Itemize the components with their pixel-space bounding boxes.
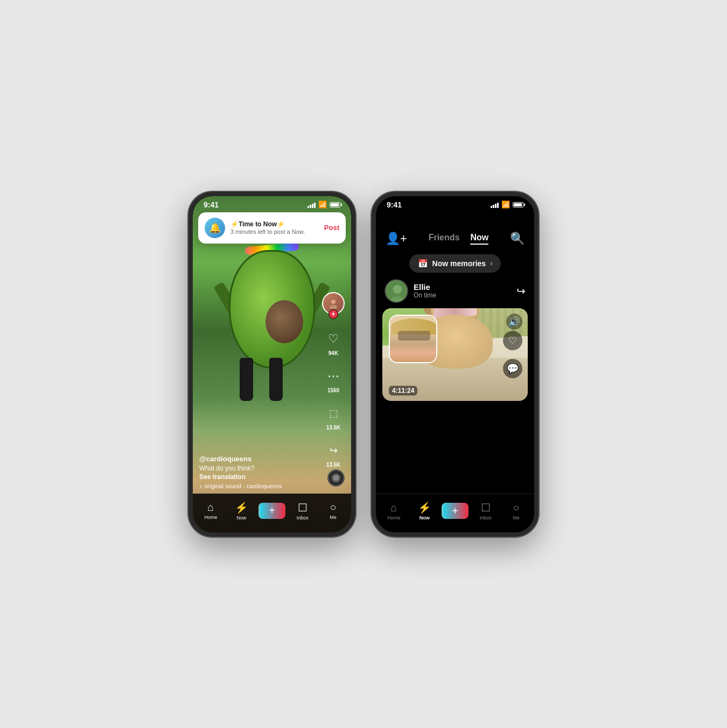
me-icon-phone2: ○ [513,502,520,514]
phone-2: 9:41 📶 [372,192,539,537]
notification-banner[interactable]: 🔔 ⚡Time to Now⚡ 3 minutes left to post a… [198,212,346,244]
feed-actions: + ♡ 94K ⋯ 1560 ⬚ 13.5K ↪ 13.5K [322,292,345,468]
notification-icon: 🔔 [205,218,225,238]
feed-username[interactable]: @cardioqueens [199,455,313,463]
see-translation[interactable]: See translation [199,473,313,481]
now-label-phone1: Now [236,515,246,521]
feed-caption: What do you think? [199,464,313,472]
nav-me-phone2[interactable]: ○ Me [501,502,532,521]
create-button-phone2[interactable]: + [443,503,467,519]
user-avatar-now[interactable] [385,279,408,303]
bottom-nav-phone1: ⌂ Home ⚡ Now + ☐ Inbox ○ [193,494,351,532]
share-now-button[interactable]: ↪ [516,285,526,297]
timing-badge: On time [414,292,436,299]
follow-plus[interactable]: + [328,309,338,319]
now-icon-phone2: ⚡ [418,501,431,514]
bookmark-icon: ⬚ [323,403,344,424]
search-icon[interactable]: 🔍 [510,232,525,246]
svg-point-0 [331,300,335,304]
post-like-button[interactable]: ♡ [503,331,522,350]
creator-avatar-stack[interactable]: + [322,292,345,319]
inbox-label-phone2: Inbox [480,515,492,521]
music-note-icon: ♪ [199,483,202,489]
bottom-nav-phone2: ⌂ Home ⚡ Now + ☐ Inbox [376,494,534,532]
feed-sound[interactable]: ♪ original sound - cardioqueens [199,483,313,489]
share-icon: ↪ [323,440,344,461]
selfie-person [390,316,436,362]
like-count: 94K [328,350,338,356]
now-screen: 9:41 📶 [376,196,534,532]
heart-icon: ♡ [323,329,344,349]
tab-friends[interactable]: Friends [429,233,460,245]
share-count: 13.5K [326,462,341,468]
calendar-icon: 📅 [418,259,428,268]
header-tabs: Friends Now [429,233,489,245]
nav-inbox-phone1[interactable]: ☐ Inbox [287,501,318,521]
post-user-area: Ellie On time ↪ [376,279,534,308]
nav-create-phone1[interactable]: + [257,503,288,519]
add-friend-icon[interactable]: 👤+ [386,232,407,246]
like-button[interactable]: ♡ 94K [323,329,344,356]
nav-me-phone1[interactable]: ○ Me [318,501,348,520]
me-label-phone1: Me [330,515,337,520]
status-icons-phone1: 📶 [307,200,340,209]
post-comment-button[interactable]: 💬 [503,359,522,378]
feed-info: @cardioqueens What do you think? See tra… [199,455,313,489]
time-phone2: 9:41 [387,200,402,209]
sound-icon[interactable]: 🔊 [506,314,522,330]
nav-now-phone2[interactable]: ⚡ Now [409,501,440,521]
nav-inbox-phone2[interactable]: ☐ Inbox [470,501,501,521]
post-actions: ♡ 💬 [503,331,522,378]
nav-now-phone1[interactable]: ⚡ Now [226,501,257,521]
wifi-icon-phone2: 📶 [501,200,510,209]
post-timer: 4:11:24 [389,386,417,396]
phone-1: 9:41 📶 🔔 ⚡Ti [188,192,355,537]
time-phone1: 9:41 [204,200,219,209]
music-disc[interactable] [327,469,345,487]
nav-create-phone2[interactable]: + [440,503,471,519]
share-button[interactable]: ↪ 13.5K [323,440,344,468]
phones-container: 9:41 📶 🔔 ⚡Ti [188,192,539,537]
bookmark-count: 13.5K [326,425,341,431]
avocado-figure [218,239,326,422]
status-bar-phone2: 9:41 📶 [376,196,534,211]
tab-now[interactable]: Now [470,233,488,245]
create-plus-icon-phone2: + [452,505,458,517]
svg-point-1 [330,305,337,309]
home-icon-phone1: ⌂ [207,501,214,514]
chevron-right-icon: › [490,259,492,267]
comment-count: 1560 [327,387,339,393]
inbox-label-phone1: Inbox [297,515,309,521]
status-bar-phone1: 9:41 📶 [193,196,351,211]
now-header: 👤+ Friends Now 🔍 [376,211,534,251]
spacer [376,401,534,494]
home-icon-phone2: ⌂ [390,502,397,514]
comment-button[interactable]: ⋯ 1560 [323,366,344,393]
inbox-icon-phone2: ☐ [481,501,491,514]
comment-icon: ⋯ [323,366,344,386]
now-post-image[interactable]: 🔊 4:11:24 ♡ 💬 [382,308,528,401]
create-plus-icon-phone1: + [269,504,275,517]
notification-text: ⚡Time to Now⚡ 3 minutes left to post a N… [230,220,319,235]
wifi-icon-phone1: 📶 [318,200,327,209]
memories-btn-wrapper: 📅 Now memories › [376,251,534,279]
notification-title: ⚡Time to Now⚡ [230,220,319,228]
selfie-overlay [389,315,437,363]
username: Ellie [414,282,436,292]
create-button-phone1[interactable]: + [260,503,284,519]
memories-label: Now memories [432,259,486,268]
battery-icon-phone1 [330,202,340,207]
svg-point-3 [393,285,402,294]
now-memories-button[interactable]: 📅 Now memories › [409,254,501,273]
nav-home-phone1[interactable]: ⌂ Home [195,501,226,520]
sound-text: original sound - cardioqueens [205,483,282,489]
bookmark-button[interactable]: ⬚ 13.5K [323,403,344,431]
now-label-phone2: Now [420,515,430,521]
now-icon-phone1: ⚡ [235,501,248,514]
status-icons-phone2: 📶 [491,200,523,209]
me-label-phone2: Me [513,515,520,521]
nav-home-phone2[interactable]: ⌂ Home [379,502,409,521]
notification-body: 3 minutes left to post a Now. [230,228,319,235]
home-label-phone2: Home [387,515,400,521]
notification-action[interactable]: Post [324,224,339,232]
